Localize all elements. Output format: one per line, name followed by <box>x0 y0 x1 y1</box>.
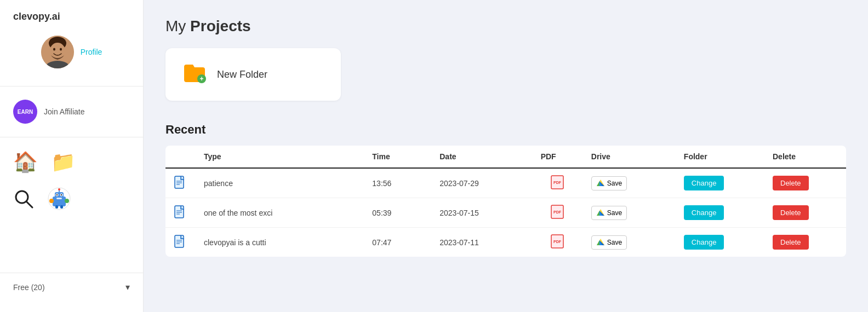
profile-link[interactable]: Profile <box>81 48 102 56</box>
svg-text:PDF: PDF <box>553 210 562 214</box>
save-label: Save <box>607 209 622 217</box>
svg-point-19 <box>49 199 54 203</box>
col-drive-header: Drive <box>583 146 675 168</box>
folder-nav-item[interactable]: 📁 <box>51 151 76 174</box>
row-drive[interactable]: Save <box>583 198 675 228</box>
row-icon <box>165 168 195 198</box>
logo: clevopy.ai <box>0 11 60 22</box>
table-row: patience 13:56 2023-07-29 PDF Save Chang… <box>165 168 846 198</box>
row-type: patience <box>195 168 363 198</box>
search-nav-item[interactable] <box>13 188 34 209</box>
col-icon-header <box>165 146 195 168</box>
svg-point-16 <box>56 194 58 195</box>
svg-rect-18 <box>56 198 62 199</box>
svg-line-8 <box>26 201 32 207</box>
nav-icons-row1: 🏠 📁 <box>0 142 143 182</box>
save-label: Save <box>607 239 622 246</box>
earn-badge: EARN <box>13 100 37 124</box>
row-pdf[interactable]: PDF <box>532 198 583 228</box>
row-date: 2023-07-29 <box>431 168 532 198</box>
divider-1 <box>0 86 143 86</box>
drive-save-button[interactable]: Save <box>591 235 627 250</box>
table-header-row: Type Time Date PDF Drive Folder Delete <box>165 146 846 168</box>
table-row: clevopyai is a cutti 07:47 2023-07-11 PD… <box>165 228 846 257</box>
svg-text:PDF: PDF <box>553 181 562 184</box>
svg-text:PDF: PDF <box>553 240 562 244</box>
free-plan-section[interactable]: Free (20) ▾ <box>0 273 143 301</box>
delete-button[interactable]: Delete <box>773 235 809 250</box>
row-time: 07:47 <box>363 228 431 257</box>
row-pdf[interactable]: PDF <box>532 228 583 257</box>
folder-icon: 📁 <box>51 151 76 174</box>
col-type-header: Type <box>195 146 363 168</box>
robot-icon <box>47 187 71 211</box>
chevron-down-icon: ▾ <box>125 282 130 292</box>
profile-section: Profile <box>32 36 111 68</box>
svg-point-5 <box>53 48 55 51</box>
delete-button[interactable]: Delete <box>773 176 809 190</box>
house-icon: 🏠 <box>13 151 38 174</box>
pdf-icon[interactable]: PDF <box>551 205 564 219</box>
col-date-header: Date <box>431 146 532 168</box>
robot-nav-item[interactable] <box>47 187 71 211</box>
nav-icons-row2 <box>0 182 143 215</box>
recent-table: Type Time Date PDF Drive Folder Delete <box>165 146 846 257</box>
svg-point-17 <box>61 194 62 195</box>
row-type: one of the most exci <box>195 198 363 228</box>
divider-2 <box>0 137 143 137</box>
svg-point-20 <box>65 199 69 203</box>
col-folder-header: Folder <box>675 146 764 168</box>
google-drive-icon <box>596 209 605 217</box>
google-drive-icon <box>596 238 605 247</box>
row-delete[interactable]: Delete <box>764 198 846 228</box>
free-plan-label: Free (20) <box>13 283 45 292</box>
affiliate-label: Join Affiliate <box>44 107 84 116</box>
svg-text:+: + <box>199 75 203 83</box>
row-folder[interactable]: Change <box>675 168 764 198</box>
affiliate-section[interactable]: EARN Join Affiliate <box>0 91 143 132</box>
svg-point-6 <box>60 48 62 51</box>
new-folder-card[interactable]: + New Folder <box>165 48 341 101</box>
change-button[interactable]: Change <box>684 176 724 190</box>
row-time: 05:39 <box>363 198 431 228</box>
row-icon <box>165 198 195 228</box>
row-folder[interactable]: Change <box>675 198 764 228</box>
pdf-icon[interactable]: PDF <box>551 234 564 249</box>
doc-icon <box>174 205 186 218</box>
row-type: clevopyai is a cutti <box>195 228 363 257</box>
row-delete[interactable]: Delete <box>764 168 846 198</box>
delete-button[interactable]: Delete <box>773 205 809 220</box>
recent-section: Recent Type Time Date PDF Drive Folder D… <box>165 123 846 257</box>
row-drive[interactable]: Save <box>583 228 675 257</box>
change-button[interactable]: Change <box>684 235 724 250</box>
row-pdf[interactable]: PDF <box>532 168 583 198</box>
pdf-icon[interactable]: PDF <box>551 175 564 189</box>
doc-icon <box>174 235 186 248</box>
save-label: Save <box>607 180 622 187</box>
row-time: 13:56 <box>363 168 431 198</box>
table-row: one of the most exci 05:39 2023-07-15 PD… <box>165 198 846 228</box>
search-icon <box>13 188 34 209</box>
col-delete-header: Delete <box>764 146 846 168</box>
doc-icon <box>174 176 186 189</box>
row-delete[interactable]: Delete <box>764 228 846 257</box>
page-title: My Projects <box>165 18 846 35</box>
row-folder[interactable]: Change <box>675 228 764 257</box>
col-time-header: Time <box>363 146 431 168</box>
home-nav-item[interactable]: 🏠 <box>13 151 38 174</box>
change-button[interactable]: Change <box>684 205 724 220</box>
row-date: 2023-07-15 <box>431 198 532 228</box>
row-icon <box>165 228 195 257</box>
col-pdf-header: PDF <box>532 146 583 168</box>
recent-title: Recent <box>165 123 846 137</box>
drive-save-button[interactable]: Save <box>591 206 627 220</box>
avatar[interactable] <box>41 36 74 68</box>
new-folder-label: New Folder <box>217 69 267 80</box>
drive-save-button[interactable]: Save <box>591 176 627 190</box>
main-content: My Projects + New Folder Recent Type Tim… <box>144 0 868 312</box>
svg-rect-21 <box>55 205 58 209</box>
google-drive-icon <box>596 179 605 188</box>
row-drive[interactable]: Save <box>583 168 675 198</box>
row-date: 2023-07-11 <box>431 228 532 257</box>
svg-point-13 <box>58 188 60 190</box>
